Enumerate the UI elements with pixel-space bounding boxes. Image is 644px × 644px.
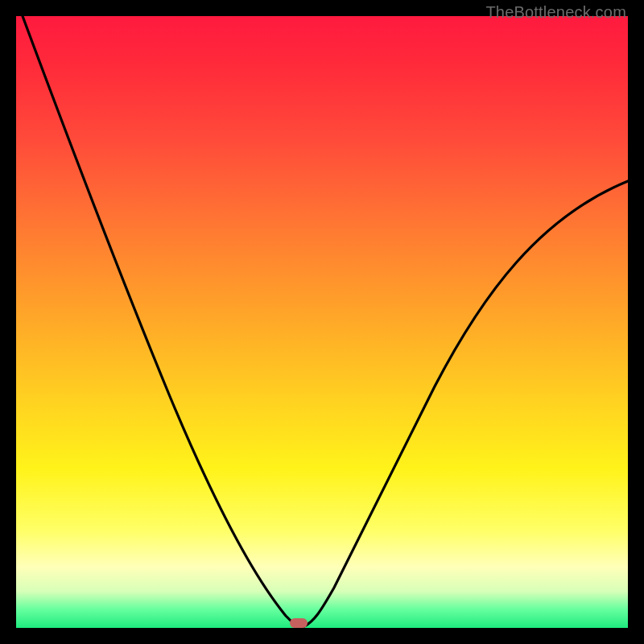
watermark-text: TheBottleneck.com	[485, 3, 626, 22]
chart-frame: TheBottleneck.com	[0, 0, 644, 644]
curve-path	[23, 16, 628, 626]
bottleneck-curve	[16, 16, 628, 628]
plot-area	[16, 16, 628, 628]
optimal-marker	[290, 618, 308, 628]
